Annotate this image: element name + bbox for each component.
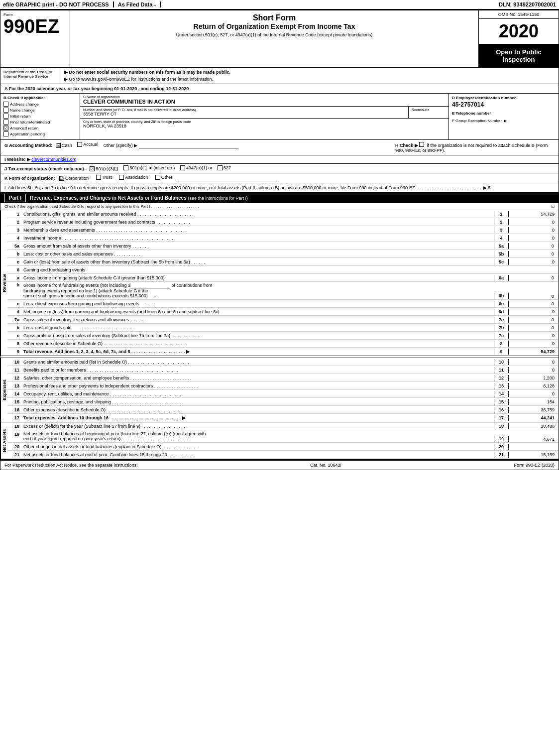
cat-no: Cat. No. 10642I	[310, 463, 341, 468]
line-row-21: 21 Net assets or fund balances at end of…	[7, 451, 559, 459]
line-row-6a: a Gross income from gaming (attach Sched…	[7, 274, 559, 282]
line-row-6d: d Net income or (loss) from gaming and f…	[7, 308, 559, 316]
section-a-text: A For the 2020 calendar year, or tax yea…	[0, 84, 559, 94]
short-form-title: Short Form	[73, 13, 475, 22]
line-row-16: 16 Other expenses (describe in Schedule …	[7, 406, 559, 414]
line-row-8: 8 Other revenue (describe in Schedule O)…	[7, 340, 559, 348]
return-title: Return of Organization Exempt From Incom…	[73, 22, 475, 30]
part-i-label: Part I	[4, 194, 26, 202]
website-url[interactable]: clevercommunities.org	[31, 157, 76, 162]
part-i-title: Revenue, Expenses, and Changes in Net As…	[30, 195, 248, 201]
line-row-4: 4 Investment income . . . . . . . . . . …	[7, 234, 559, 242]
line-row-15: 15 Printing, publications, postage, and …	[7, 398, 559, 406]
line-row-6c: c Less: direct expenses from gaming and …	[7, 300, 559, 308]
accrual-label: Accrual	[83, 142, 98, 147]
line-row-18: 18 Excess or (deficit) for the year (Sub…	[7, 422, 559, 430]
accounting-label-g: G Accounting Method:	[4, 143, 52, 148]
banner-left: efile GRAPHIC print - DO NOT PROCESS	[3, 1, 114, 7]
line-row-20: 20 Other changes in net assets or fund b…	[7, 443, 559, 451]
tax-status-label: J Tax-exempt status (check only one) -	[4, 166, 87, 171]
line-row-2: 2 Program service revenue including gove…	[7, 218, 559, 226]
phone-label: E Telephone number	[452, 111, 556, 116]
revenue-side-label: Revenue	[0, 210, 7, 356]
form-number: 990EZ	[3, 17, 67, 36]
form-ref: Form 990-EZ (2020)	[514, 463, 555, 468]
line-row-12: 12 Salaries, other compensation, and emp…	[7, 374, 559, 382]
org-name-label: C Name of organization	[83, 95, 446, 99]
line-row-9: 9 Total revenue. Add lines 1, 2, 3, 4, 5…	[7, 348, 559, 356]
check-application-pending: Application pending	[3, 131, 77, 136]
expenses-side-label: Expenses	[0, 358, 7, 422]
check-initial-return: Initial return	[3, 114, 77, 119]
banner-dln: DLN: 93492207002001	[499, 1, 556, 7]
website-label: I Website: ▶	[4, 157, 30, 162]
net-assets-side-label: Net Assets	[0, 422, 7, 459]
line-row-10: 10 Grants and similar amounts paid (list…	[7, 358, 559, 366]
dept-label: Department of the Treasury	[3, 70, 57, 74]
year-display: 2020	[479, 19, 559, 44]
line-row-13: 13 Professional fees and other payments …	[7, 382, 559, 390]
line-row-6b: b Gross income from fundraising events (…	[7, 282, 559, 300]
line-row-7b: b Less: cost of goods sold . . . . . . .…	[7, 324, 559, 332]
city-value: NORFOLK, VA 23518	[83, 124, 446, 128]
banner-center: As Filed Data -	[118, 1, 161, 7]
line-row-1: 1 Contributions, gifts, grants, and simi…	[7, 210, 559, 218]
paperwork-text: For Paperwork Reduction Act Notice, see …	[4, 463, 138, 468]
room-suite-label: Room/suite	[412, 108, 446, 112]
line-row-19: 19 Net assets or fund balances at beginn…	[7, 430, 559, 443]
part-i-check-row: Check if the organization used Schedule …	[0, 203, 559, 210]
omb-number: OMB No. 1545-1150	[479, 10, 559, 19]
check-final-return: Final return/terminated	[3, 120, 77, 125]
irs-label: Internal Revenue Service	[3, 74, 57, 79]
address-value: 3558 TERRY CT	[83, 112, 405, 117]
h-label: H Check ▶	[395, 143, 418, 148]
other-label: Other (specify) ▶	[104, 143, 138, 148]
open-to-public-badge: Open to Public Inspection	[479, 44, 559, 67]
employer-id-label: D Employer identification number	[452, 96, 556, 100]
line-row-6-header: 6 Gaming and fundraising events	[7, 266, 559, 274]
line-row-3: 3 Membership dues and assessments . . . …	[7, 226, 559, 234]
check-amended-return: ☑ Amended return	[3, 126, 77, 130]
line-row-17: 17 Total expenses. Add lines 10 through …	[7, 414, 559, 422]
line-row-7a: 7a Gross sales of inventory, less return…	[7, 316, 559, 324]
line-row-5c: c Gain or (loss) from sale of assets oth…	[7, 258, 559, 266]
line-row-7c: c Gross profit or (loss) from sales of i…	[7, 332, 559, 340]
line-row-14: 14 Occupancy, rent, utilities, and maint…	[7, 390, 559, 398]
group-exemption-label: F Group Exemption Number ▶	[452, 119, 556, 123]
check-name-change: Name change	[3, 108, 77, 113]
city-label: City or town, state or province, country…	[83, 120, 446, 124]
line-row-11: 11 Benefits paid to or for members . . .…	[7, 366, 559, 374]
cash-label: Cash	[62, 143, 72, 148]
line-row-5a: 5a Gross amount from sale of assets othe…	[7, 242, 559, 250]
address-label: Number and street (or P. O. box, if mail…	[83, 108, 405, 112]
check-address-change: Address change	[3, 102, 77, 107]
form-subtitle: Under section 501(c), 527, or 4947(a)(1)…	[73, 32, 475, 37]
line-row-5b: b Less: cost or other basis and sales ex…	[7, 250, 559, 258]
instruction2: ▶ Go to www.irs.gov/Form990EZ for instru…	[64, 77, 555, 82]
form-org-label: K Form of organization:	[4, 176, 55, 181]
employer-id-value: 45-2757014	[452, 101, 556, 108]
h-text: if the organization is not required to a…	[395, 143, 548, 153]
check-applicable-label: B Check if applicable:	[3, 96, 77, 100]
instruction1: ▶ Do not enter social security numbers o…	[64, 70, 555, 75]
note-l: L Add lines 5b, 6c, and 7b to line 9 to …	[0, 183, 559, 193]
org-name-value: CLEVER COMMUNITIES IN ACTION	[83, 99, 446, 105]
